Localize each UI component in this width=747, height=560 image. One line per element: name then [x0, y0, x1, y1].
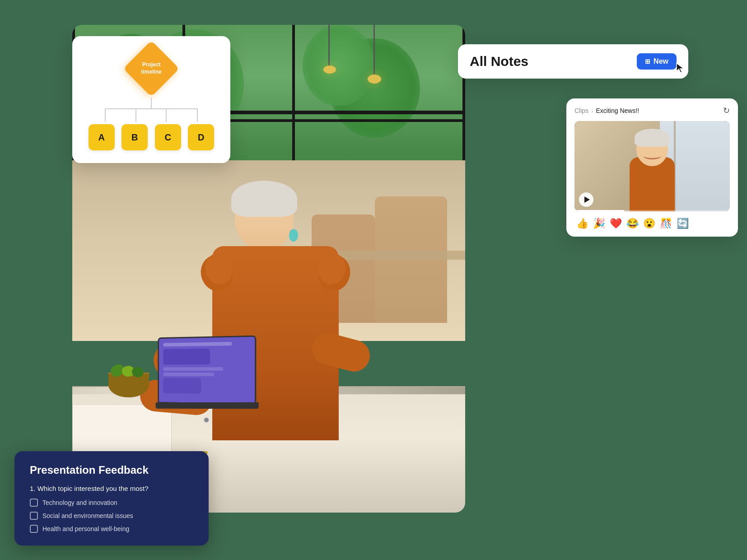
feedback-option-3[interactable]: Health and personal well-being	[30, 525, 193, 533]
breadcrumb-current: Exciting News!!	[596, 107, 720, 114]
video-progress-bar	[574, 210, 730, 211]
option-3-text: Health and personal well-being	[42, 525, 129, 532]
all-notes-card: All Notes ⊞ New	[458, 44, 688, 79]
clips-breadcrumb: Clips › Exciting News!! ↻	[574, 106, 730, 116]
clips-card: Clips › Exciting News!! ↻	[566, 98, 738, 237]
timeline-node-b: B	[121, 124, 148, 150]
diamond-text-line1: Project timeline	[141, 61, 161, 75]
checkbox-2[interactable]	[30, 512, 38, 520]
new-button-icon: ⊞	[645, 58, 650, 65]
timeline-node-c: C	[155, 124, 181, 150]
feedback-card: Presentation Feedback 1. Which topic int…	[14, 451, 209, 546]
cursor	[676, 62, 686, 76]
feedback-option-2[interactable]: Social and environmental issues	[30, 512, 193, 520]
feedback-option-1[interactable]: Technology and innovation	[30, 499, 193, 507]
refresh-icon[interactable]: ↻	[723, 106, 730, 116]
video-container[interactable]	[574, 121, 730, 211]
project-timeline-card: Project timeline A B C D	[72, 36, 230, 163]
feedback-question: 1. Which topic interested you the most?	[30, 485, 193, 492]
diamond-shape: Project timeline	[123, 41, 179, 97]
new-button[interactable]: ⊞ New	[637, 53, 677, 70]
checkbox-3[interactable]	[30, 525, 38, 533]
emoji-reactions: 👍 🎉 ❤️ 😂 😮 🎊 🔄	[574, 218, 730, 229]
timeline-node-a: A	[89, 124, 115, 150]
emoji-refresh[interactable]: 🔄	[677, 218, 689, 229]
checkbox-1[interactable]	[30, 499, 38, 507]
breadcrumb-parent: Clips	[574, 107, 588, 114]
timeline-nodes: A B C D	[85, 124, 218, 150]
play-button[interactable]	[579, 192, 593, 207]
emoji-party[interactable]: 🎊	[660, 218, 672, 229]
timeline-node-d: D	[188, 124, 214, 150]
feedback-title: Presentation Feedback	[30, 464, 193, 476]
breadcrumb-separator: ›	[591, 107, 593, 114]
option-1-text: Technology and innovation	[42, 499, 117, 506]
all-notes-title: All Notes	[470, 54, 528, 69]
emoji-laugh[interactable]: 😂	[626, 218, 639, 229]
emoji-surprised[interactable]: 😮	[643, 218, 655, 229]
option-2-text: Social and environmental issues	[42, 512, 133, 519]
emoji-heart[interactable]: ❤️	[610, 218, 622, 229]
emoji-clap[interactable]: 🎉	[593, 218, 605, 229]
emoji-thumbsup[interactable]: 👍	[576, 218, 588, 229]
new-button-label: New	[654, 57, 668, 65]
